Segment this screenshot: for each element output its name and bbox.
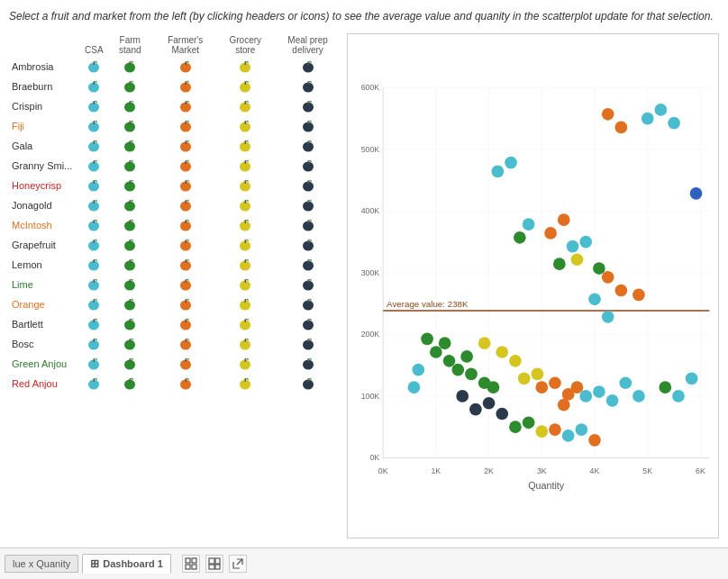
- table-row[interactable]: Gala: [9, 136, 342, 156]
- dot[interactable]: [593, 262, 605, 275]
- fruit-icon-cell[interactable]: [107, 314, 153, 334]
- fruit-icon-cell[interactable]: [273, 255, 342, 275]
- fruit-icon-cell[interactable]: [81, 96, 107, 116]
- fruit-icon-cell[interactable]: [81, 116, 107, 136]
- col-header-csa[interactable]: CSA: [81, 33, 107, 57]
- dot[interactable]: [469, 403, 482, 416]
- table-row[interactable]: Red Anjou: [9, 374, 342, 394]
- dot[interactable]: [505, 157, 517, 169]
- fruit-icon-cell[interactable]: [107, 57, 153, 77]
- fruit-icon-cell[interactable]: [107, 215, 153, 235]
- fruit-icon-cell[interactable]: [153, 255, 217, 275]
- fruit-icon-cell[interactable]: [81, 374, 107, 394]
- fruit-icon-cell[interactable]: [153, 156, 217, 176]
- fruit-icon-cell[interactable]: [217, 255, 273, 275]
- dot[interactable]: [535, 381, 548, 394]
- table-row[interactable]: Ambrosia: [9, 57, 342, 77]
- fruit-icon-cell[interactable]: [273, 77, 342, 96]
- fruit-name[interactable]: Green Anjou: [9, 354, 81, 374]
- col-header-farmers[interactable]: Farmer's Market: [153, 33, 217, 57]
- fruit-icon-cell[interactable]: [81, 334, 107, 354]
- fruit-icon-cell[interactable]: [153, 374, 217, 394]
- col-header-farmstand[interactable]: Farm stand: [107, 33, 153, 57]
- fruit-icon-cell[interactable]: [217, 215, 273, 235]
- table-row[interactable]: Braeburn: [9, 77, 342, 96]
- fruit-icon-cell[interactable]: [217, 116, 273, 136]
- col-header-name[interactable]: [9, 33, 81, 57]
- fruit-name[interactable]: Bosc: [9, 334, 81, 354]
- fruit-icon-cell[interactable]: [107, 235, 153, 255]
- dot[interactable]: [523, 416, 535, 429]
- dot[interactable]: [602, 271, 614, 284]
- fruit-icon-cell[interactable]: [107, 334, 153, 354]
- dot[interactable]: [690, 187, 703, 200]
- dot[interactable]: [483, 397, 496, 410]
- fruit-icon-cell[interactable]: [81, 136, 107, 156]
- fruit-icon-cell[interactable]: [81, 314, 107, 334]
- dot[interactable]: [615, 121, 628, 133]
- dot[interactable]: [642, 113, 654, 125]
- fruit-icon-cell[interactable]: [81, 235, 107, 255]
- fruit-icon-cell[interactable]: [217, 136, 273, 156]
- dot[interactable]: [509, 421, 522, 433]
- dot[interactable]: [602, 108, 614, 121]
- dot[interactable]: [460, 350, 473, 363]
- fruit-name[interactable]: Jonagold: [9, 195, 81, 215]
- dot[interactable]: [549, 423, 561, 436]
- fruit-name[interactable]: Orange: [9, 294, 81, 314]
- dot[interactable]: [588, 293, 601, 305]
- dot[interactable]: [632, 390, 645, 403]
- dot[interactable]: [518, 372, 531, 384]
- fruit-icon-cell[interactable]: [81, 156, 107, 176]
- dot[interactable]: [514, 231, 526, 244]
- fruit-icon-cell[interactable]: [81, 195, 107, 215]
- fruit-icon-cell[interactable]: [217, 374, 273, 394]
- fruit-icon-cell[interactable]: [217, 294, 273, 314]
- fruit-icon-cell[interactable]: [107, 255, 153, 275]
- external-link-icon[interactable]: [229, 555, 247, 573]
- fruit-icon-cell[interactable]: [153, 77, 217, 96]
- dot[interactable]: [558, 399, 570, 412]
- fruit-icon-cell[interactable]: [81, 215, 107, 235]
- fruit-icon-cell[interactable]: [273, 374, 342, 394]
- fruit-icon-cell[interactable]: [153, 96, 217, 116]
- fruit-icon-cell[interactable]: [107, 294, 153, 314]
- dot[interactable]: [451, 364, 464, 376]
- table-row[interactable]: Bartlett: [9, 314, 342, 334]
- dot[interactable]: [579, 236, 592, 249]
- fruit-icon-cell[interactable]: [81, 275, 107, 294]
- fruit-icon-cell[interactable]: [273, 96, 342, 116]
- dot[interactable]: [659, 381, 671, 394]
- table-row[interactable]: Honeycrisp: [9, 176, 342, 195]
- fruit-icon-cell[interactable]: [273, 235, 342, 255]
- fruit-name[interactable]: McIntosh: [9, 215, 81, 235]
- fruit-icon-cell[interactable]: [217, 195, 273, 215]
- fruit-icon-cell[interactable]: [153, 354, 217, 374]
- fruit-icon-cell[interactable]: [153, 235, 217, 255]
- dot[interactable]: [421, 332, 433, 345]
- table-row[interactable]: Green Anjou: [9, 354, 342, 374]
- fruit-icon-cell[interactable]: [217, 96, 273, 116]
- dot[interactable]: [588, 434, 601, 447]
- table-row[interactable]: Jonagold: [9, 195, 342, 215]
- col-header-grocery[interactable]: Grocery store: [217, 33, 273, 57]
- fruit-name[interactable]: Lemon: [9, 255, 81, 275]
- dot[interactable]: [408, 381, 421, 394]
- fruit-name[interactable]: Lime: [9, 275, 81, 294]
- dot[interactable]: [487, 381, 500, 394]
- fruit-icon-cell[interactable]: [217, 57, 273, 77]
- fruit-name[interactable]: Gala: [9, 136, 81, 156]
- fruit-name[interactable]: Braeburn: [9, 77, 81, 96]
- fruit-icon-cell[interactable]: [217, 275, 273, 294]
- fruit-icon-cell[interactable]: [217, 314, 273, 334]
- grid-large-icon[interactable]: [205, 555, 223, 573]
- fruit-icon-cell[interactable]: [273, 215, 342, 235]
- fruit-name[interactable]: Fiji: [9, 116, 81, 136]
- dot[interactable]: [456, 390, 469, 403]
- dot[interactable]: [465, 367, 478, 380]
- dot[interactable]: [567, 240, 579, 253]
- dot[interactable]: [619, 376, 632, 389]
- fruit-name[interactable]: Granny Smi...: [9, 156, 81, 176]
- dot[interactable]: [478, 337, 491, 349]
- dot[interactable]: [571, 253, 584, 266]
